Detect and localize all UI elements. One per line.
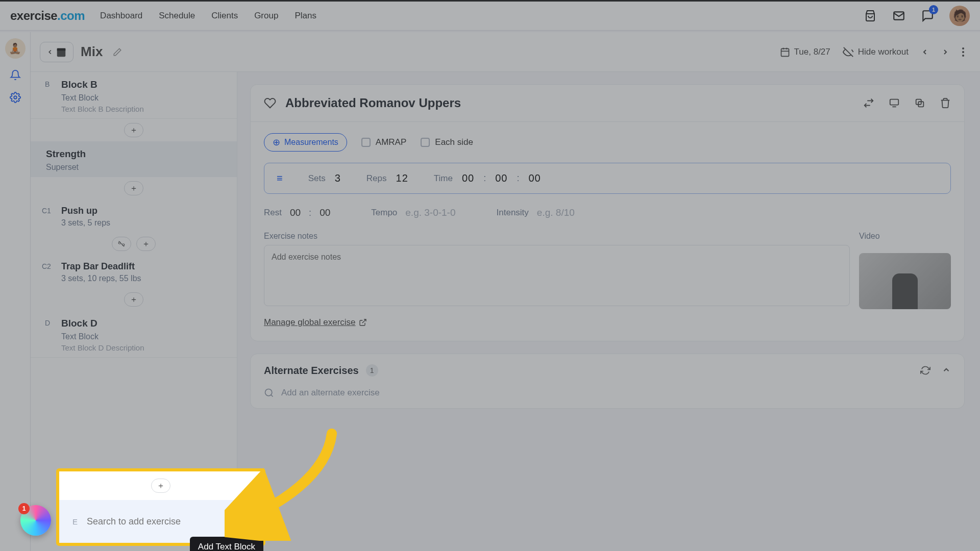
- chevron-right-icon[interactable]: [941, 48, 949, 56]
- intensity-value[interactable]: e.g. 8/10: [537, 207, 575, 218]
- date-picker[interactable]: Tue, 8/27: [780, 47, 830, 57]
- help-launcher[interactable]: 1: [20, 505, 51, 536]
- svg-point-1: [14, 96, 17, 99]
- chat-icon[interactable]: 1: [921, 9, 934, 22]
- video-thumbnail[interactable]: [859, 253, 951, 309]
- exercise-title: Abbreviated Romanov Uppers: [285, 96, 461, 110]
- svg-rect-3: [57, 48, 66, 51]
- manage-global-link[interactable]: Manage global exercise: [264, 317, 367, 328]
- add-after-strength[interactable]: ＋: [124, 181, 143, 195]
- shopping-bag-icon[interactable]: [864, 9, 877, 22]
- svg-rect-4: [781, 48, 789, 56]
- card-actions: [863, 97, 951, 109]
- section-strength[interactable]: Strength Superset: [31, 141, 237, 177]
- c1-meta: 3 sets, 5 reps: [61, 218, 226, 228]
- nav-clients[interactable]: Clients: [211, 11, 238, 21]
- card-body: ⊕ Measurements AMRAP Each side ≡ Sets 3: [251, 122, 964, 341]
- more-icon[interactable]: [962, 47, 965, 57]
- add-after-c2[interactable]: ＋: [124, 292, 143, 307]
- eachside-checkbox[interactable]: Each side: [421, 137, 473, 147]
- notes-textarea[interactable]: [264, 245, 850, 306]
- c1-letter: C1: [42, 207, 51, 215]
- alternate-exercises-card: Alternate Exercises 1 Add an alternate e…: [250, 354, 965, 409]
- logo-p2: .com: [57, 9, 85, 22]
- topbar-right: 1 🧑🏽: [864, 6, 970, 26]
- block-b-title: Block B: [61, 79, 226, 90]
- search-input[interactable]: [87, 516, 225, 527]
- add-after-c1[interactable]: ＋: [136, 237, 156, 251]
- mail-icon[interactable]: [892, 9, 905, 22]
- launcher-badge: 1: [18, 503, 30, 514]
- block-b[interactable]: B Block B Text Block Text Block B Descri…: [31, 72, 237, 119]
- search-letter: E: [72, 517, 78, 526]
- rest-s[interactable]: 00: [320, 207, 330, 218]
- strength-sub: Superset: [46, 163, 226, 172]
- time-h[interactable]: 00: [462, 172, 474, 184]
- logo[interactable]: exercise.com: [10, 9, 85, 23]
- nav-plans[interactable]: Plans: [295, 11, 316, 21]
- tempo-label: Tempo: [371, 208, 397, 218]
- nav-dashboard[interactable]: Dashboard: [100, 11, 142, 21]
- block-d-title: Block D: [61, 318, 226, 329]
- block-d[interactable]: D Block D Text Block Text Block D Descri…: [31, 311, 237, 358]
- copy-icon[interactable]: [914, 97, 925, 109]
- hide-label: Hide workout: [858, 47, 909, 57]
- drag-handle-icon[interactable]: ≡: [277, 172, 283, 184]
- sets-value[interactable]: 3: [335, 172, 341, 184]
- unlink-icon[interactable]: [112, 237, 131, 251]
- alt-prompt: Add an alternate exercise: [281, 388, 380, 398]
- gear-icon[interactable]: [9, 91, 21, 104]
- add-text-block-button[interactable]: [231, 510, 253, 533]
- refresh-icon[interactable]: [920, 365, 930, 375]
- add-after-b[interactable]: ＋: [124, 123, 143, 137]
- alt-title: Alternate Exercises: [264, 365, 359, 377]
- amrap-checkbox[interactable]: AMRAP: [361, 137, 406, 147]
- checkbox-icon: [421, 138, 430, 147]
- time-m[interactable]: 00: [495, 172, 507, 184]
- add-text-block-tooltip: Add Text Block: [190, 537, 263, 551]
- bell-icon[interactable]: [9, 69, 21, 81]
- block-b-sub: Text Block: [61, 93, 226, 103]
- pencil-icon[interactable]: [113, 47, 122, 57]
- screen-icon[interactable]: [889, 97, 900, 109]
- checkbox-icon: [361, 138, 371, 147]
- hide-workout-button[interactable]: Hide workout: [843, 46, 909, 58]
- add-before-search[interactable]: ＋: [151, 479, 170, 493]
- icon-sidebar: 🧘🏽: [0, 32, 31, 551]
- sets-label: Sets: [308, 173, 326, 184]
- rest-label: Rest: [264, 208, 282, 218]
- logo-p1: exercise: [10, 9, 57, 22]
- c1-name: Push up: [61, 206, 226, 216]
- rest-m[interactable]: 00: [290, 207, 301, 218]
- notes-label: Exercise notes: [264, 232, 850, 241]
- user-avatar[interactable]: 🧑🏽: [949, 6, 970, 26]
- exercise-c1[interactable]: C1 Push up 3 sets, 5 reps: [31, 199, 237, 233]
- swap-icon[interactable]: [863, 97, 874, 109]
- intensity-label: Intensity: [497, 208, 529, 218]
- chevron-up-icon[interactable]: [942, 365, 951, 375]
- nav-schedule[interactable]: Schedule: [159, 11, 195, 21]
- highlighted-search-box: ＋ E Add Text Block: [56, 468, 265, 546]
- client-avatar[interactable]: 🧘🏽: [5, 38, 26, 59]
- measurements-button[interactable]: ⊕ Measurements: [264, 133, 347, 152]
- exercise-c2[interactable]: C2 Trap Bar Deadlift 3 sets, 10 reps, 55…: [31, 255, 237, 288]
- card-header: Abbreviated Romanov Uppers: [251, 85, 964, 122]
- heart-icon[interactable]: [264, 97, 276, 109]
- alt-add-row[interactable]: Add an alternate exercise: [264, 388, 951, 398]
- reps-value[interactable]: 12: [396, 172, 408, 184]
- reps-label: Reps: [366, 173, 387, 184]
- nav-group[interactable]: Group: [254, 11, 278, 21]
- exercise-editor-card: Abbreviated Romanov Uppers ⊕ Measurement…: [250, 84, 965, 341]
- time-s[interactable]: 00: [528, 172, 541, 184]
- trash-icon[interactable]: [940, 97, 951, 109]
- block-b-letter: B: [45, 80, 50, 88]
- svg-point-9: [962, 47, 964, 49]
- chevron-left-icon[interactable]: [921, 48, 929, 56]
- notes-row: Exercise notes Manage global exercise Vi…: [264, 232, 951, 328]
- main-panel: Abbreviated Romanov Uppers ⊕ Measurement…: [250, 84, 965, 551]
- topbar-left: exercise.com Dashboard Schedule Clients …: [10, 9, 316, 23]
- back-calendar-button[interactable]: [40, 42, 74, 62]
- tempo-value[interactable]: e.g. 3-0-1-0: [405, 207, 455, 218]
- set-row[interactable]: ≡ Sets 3 Reps 12 Time 00 : 00 : 00: [264, 163, 951, 194]
- page-header-left: Mix: [40, 42, 122, 62]
